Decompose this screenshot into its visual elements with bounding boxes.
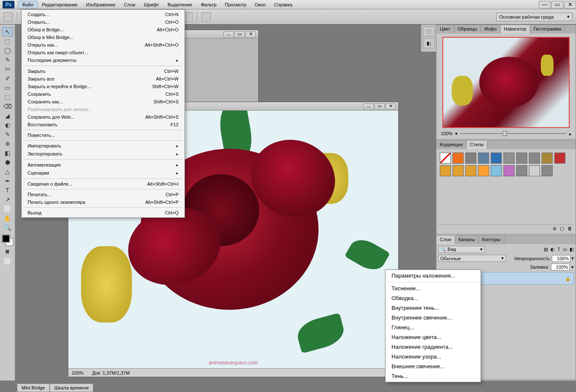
menu-item[interactable]: Открыть...Ctrl+O [22,18,185,26]
menu-item[interactable]: Обзор в Mini Bridge... [22,33,185,41]
menu-item[interactable]: Закрыть всеAlt+Ctrl+W [22,75,185,83]
menu-item[interactable]: Автоматизация▸ [22,161,185,169]
dock-icon[interactable]: ◧ [423,38,435,48]
menu-item[interactable]: Сохранить как...Shift+Ctrl+S [22,98,185,106]
style-swatch[interactable] [491,153,502,164]
tool-button[interactable]: ⬚ [2,36,13,46]
menu-справка[interactable]: Справка [270,1,296,8]
context-menu-item[interactable]: Параметры наложения... [386,271,481,281]
tool-button[interactable]: ✎ [2,130,13,139]
panel-tab[interactable]: Навигатор [501,25,530,33]
style-swatch[interactable] [478,153,489,164]
tool-button[interactable]: ↖ [2,27,13,36]
menu-item[interactable]: ЗакрытьCtrl+W [22,67,185,75]
trash-icon[interactable]: 🗑 [568,226,572,231]
chevron-down-icon[interactable]: ▾ [571,264,574,270]
panel-tab[interactable]: Образцы [454,25,481,33]
menu-шрифт[interactable]: Шрифт [140,1,163,8]
menu-item[interactable]: Сведения о файле...Alt+Shift+Ctrl+I [22,180,185,188]
doc-close-icon[interactable]: ✕ [246,31,256,37]
clear-style-icon[interactable]: ⊘ [553,226,556,231]
style-swatch[interactable] [503,165,514,176]
style-swatch[interactable] [516,165,527,176]
panel-tab[interactable]: Слои [436,236,455,244]
menu-item[interactable]: Импортировать▸ [22,142,185,150]
screenmode-icon[interactable]: ⬜ [2,257,13,266]
menu-item[interactable]: Создать...Ctrl+N [22,11,185,18]
menu-item[interactable]: СохранитьCtrl+S [22,90,185,98]
blend-mode-dropdown[interactable]: Обычные▾ [438,255,506,262]
zoom-slider[interactable] [460,131,566,136]
tool-button[interactable]: ⬜ [2,204,13,214]
bottom-tab[interactable]: Шкала времени [50,384,93,392]
zoom-level[interactable]: 100% [72,370,84,375]
panel-tab[interactable]: Инфо [481,25,501,33]
context-menu-item[interactable]: Наложение цвета... [386,332,481,342]
filter-smart-icon[interactable]: ◧ [570,247,574,252]
panel-tab[interactable]: Контуры [479,236,504,244]
tool-button[interactable]: 🔍 [2,223,13,232]
panel-tab[interactable]: Гистограмма [530,25,565,33]
quickmask-icon[interactable]: ◙ [2,247,13,256]
panel-tab[interactable]: Коррекция [436,141,467,149]
menu-item[interactable]: Последние документы▸ [22,56,185,64]
context-menu-item[interactable]: Тиснение... [386,284,481,293]
menu-файл[interactable]: Файл [18,1,38,8]
filter-pixel-icon[interactable]: ▧ [544,247,548,252]
tool-button[interactable]: T [2,186,13,195]
layer-filter-dropdown[interactable]: 🔍 Вид▾ [438,246,485,253]
panel-tab[interactable]: Цвет [436,25,454,33]
menu-item[interactable]: Печать одного экземпляраAlt+Shift+Ctrl+P [22,198,185,206]
style-swatch[interactable] [529,165,540,176]
doc-min-icon[interactable]: — [363,103,374,109]
style-swatch[interactable] [542,153,553,164]
filter-type-icon[interactable]: T [557,247,560,252]
menu-выделение[interactable]: Выделение [163,1,196,8]
menu-item[interactable]: Экспортировать▸ [22,150,185,158]
tool-button[interactable]: ✐ [2,74,13,83]
filter-shape-icon[interactable]: ▭ [563,247,567,252]
dock-icon[interactable]: ⬚ [423,26,435,36]
menu-item[interactable]: Закрыть и перейти в Bridge...Shift+Ctrl+… [22,83,185,90]
menu-слои[interactable]: Слои [120,1,140,8]
menu-просмотр[interactable]: Просмотр [221,1,250,8]
distribute-icon[interactable] [201,12,211,22]
style-swatch[interactable] [440,165,451,176]
style-swatch[interactable] [465,165,476,176]
tool-button[interactable]: ▭ [2,83,13,92]
style-swatch[interactable] [529,153,540,164]
bottom-tab[interactable]: Mini Bridge [17,384,50,392]
menu-item[interactable]: ВосстановитьF12 [22,121,185,128]
menu-item[interactable]: Обзор в Bridge...Alt+Ctrl+O [22,26,185,33]
doc-close-icon[interactable]: ✕ [386,103,396,109]
menu-item[interactable]: Сценарии▸ [22,169,185,177]
fill-input[interactable]: 100% [551,264,570,270]
minimize-button[interactable]: — [539,1,551,8]
menu-редактирование[interactable]: Редактирование [38,1,82,8]
style-swatch[interactable] [465,153,476,164]
tool-button[interactable]: ⬚ [2,92,13,102]
context-menu-item[interactable]: Наложение градиента... [386,342,481,352]
navigator-thumbnail[interactable] [442,37,570,128]
panel-tab[interactable]: Стили [467,141,487,149]
menu-item[interactable]: Сохранить для Web...Alt+Shift+Ctrl+S [22,113,185,121]
tool-button[interactable]: ✄ [2,64,13,74]
tool-preset-icon[interactable] [3,12,13,22]
doc-max-icon[interactable]: ▭ [235,31,245,37]
style-swatch[interactable] [453,165,464,176]
close-button[interactable]: ✕ [564,1,576,8]
maximize-button[interactable]: ▭ [551,1,563,8]
style-swatch[interactable] [491,165,502,176]
tool-button[interactable]: ✒ [2,176,13,186]
foreground-color[interactable] [2,235,10,242]
context-menu-item[interactable]: Тень... [386,371,481,381]
menu-окно[interactable]: Окно [251,1,270,8]
menu-фильтр[interactable]: Фильтр [196,1,221,8]
style-swatch[interactable] [453,153,464,164]
workspace-dropdown[interactable]: Основная рабочая среда ▾ [496,13,573,21]
opacity-input[interactable]: 100% [552,255,570,262]
tool-button[interactable]: ⬢ [2,158,13,167]
context-menu-item[interactable]: Глянец... [386,322,481,332]
zoom-out-icon[interactable]: ▾ [455,131,458,136]
tool-button[interactable]: ⊕ [2,139,13,148]
